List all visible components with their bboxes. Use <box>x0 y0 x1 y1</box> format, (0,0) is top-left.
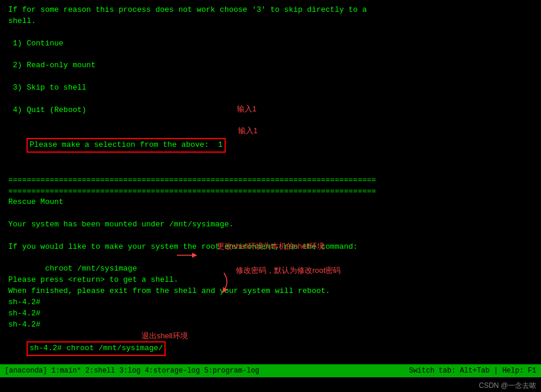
chroot-box: sh-4.2# chroot /mnt/sysimage/ <box>27 341 166 356</box>
line-5 <box>8 49 533 60</box>
when-finished: When finished, please exit from the shel… <box>8 286 533 297</box>
press-return: Please press <return> to get a shell. <box>8 275 533 286</box>
line-4: 1) Continue <box>8 38 533 50</box>
sh1: sh-4.2# <box>8 297 533 308</box>
separator-2: ========================================… <box>8 186 533 197</box>
watermark: CSDN @一念去哝 <box>479 381 536 391</box>
selection-box: Please make a selection from the above: … <box>27 138 226 153</box>
mounted-msg: Your system has been mounted under /mnt/… <box>8 219 533 230</box>
annotation-passwd: 修改密码，默认为修改root密码 <box>236 265 341 276</box>
sh3: sh-4.2# <box>8 319 533 331</box>
line-9 <box>8 94 533 105</box>
rescue-mount: Rescue Mount <box>8 197 533 208</box>
terminal: If for some reason this process does not… <box>0 0 541 377</box>
sh2: sh-4.2# <box>8 308 533 319</box>
bottom-status-bar: [anaconda] 1:main* 2:shell 3:log 4:stora… <box>0 364 541 377</box>
blank-2 <box>8 230 533 242</box>
blank-1 <box>8 208 533 219</box>
line-10: 4) Quit (Reboot) <box>8 105 533 116</box>
bottom-bar-right: Switch tab: Alt+Tab | Help: F1 <box>409 367 536 375</box>
line-7 <box>8 71 533 83</box>
line-1: If for some reason this process does not… <box>8 5 533 16</box>
bottom-bar-left: [anaconda] 1:main* 2:shell 3:log 4:stora… <box>5 367 259 375</box>
line-2: shell. <box>8 16 533 27</box>
annotation-input1: 输入1 <box>238 126 258 137</box>
line-11 <box>8 116 533 127</box>
annotation-exit: 退出shell环境 <box>141 331 188 341</box>
annotation-input-label: 输入1 <box>237 104 256 114</box>
line-8: 3) Skip to shell <box>8 83 533 94</box>
chroot-line: sh-4.2# chroot /mnt/sysimage/ <box>8 330 533 367</box>
separator-1: ========================================… <box>8 175 533 186</box>
line-6: 2) Read-only mount <box>8 60 533 71</box>
annotation-chroot: 更改shell环境为本机的shell环境 <box>217 241 325 252</box>
line-3 <box>8 27 533 38</box>
selection-line: Please make a selection from the above: … <box>8 127 533 174</box>
passwd-arrow <box>194 270 230 294</box>
